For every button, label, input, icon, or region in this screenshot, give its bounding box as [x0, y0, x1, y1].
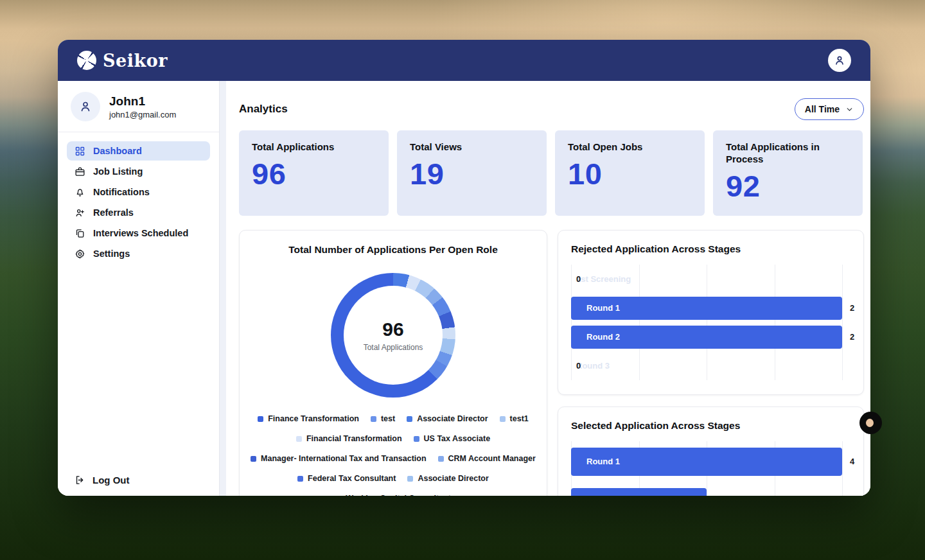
user-icon: [78, 99, 93, 114]
gridline: [842, 441, 843, 496]
category-label-faint: Round 3: [576, 361, 610, 371]
rejected-applications-card: Rejected Application Across Stages 1st S…: [558, 230, 864, 395]
bar-round-1: Round 1: [571, 297, 842, 320]
logout-button[interactable]: Log Out: [75, 475, 129, 486]
legend-item: test: [371, 414, 395, 423]
legend-swatch: [258, 416, 263, 422]
bar-row: Round 3 0: [571, 351, 842, 380]
legend-item: US Tax Associate: [414, 434, 491, 443]
sidebar-item-referrals[interactable]: Referrals: [58, 203, 219, 222]
user-icon: [833, 54, 846, 67]
gear-icon: [75, 249, 85, 259]
gridline: [842, 265, 843, 380]
avatar: [71, 92, 100, 121]
stat-value: 10: [568, 156, 692, 191]
bar-value: 2: [850, 303, 854, 313]
stat-card-total-applications: Total Applications 96: [239, 130, 389, 216]
category-label-faint: 1st Screening: [576, 274, 631, 284]
sidebar-item-settings[interactable]: Settings: [58, 244, 219, 263]
bar-row: 1st Screening 0: [571, 265, 842, 293]
stat-cards: Total Applications 96 Total Views 19 Tot…: [239, 130, 864, 216]
bar-value: 4: [850, 457, 854, 466]
logout-label: Log Out: [92, 475, 129, 486]
legend-item: CRM Account Manager: [438, 454, 536, 463]
bar-label: Round 1: [571, 457, 620, 466]
brand-logo[interactable]: Seikor: [77, 51, 168, 71]
main-content: Analytics All Time Total Applications 96…: [226, 81, 870, 496]
time-range-dropdown[interactable]: All Time: [795, 98, 864, 120]
bar-row: Round 2 2: [571, 482, 842, 496]
sidebar-item-label: Dashboard: [93, 146, 142, 156]
legend-swatch: [335, 496, 341, 496]
selected-bar-chart: Round 1 4 Round 2 2: [571, 441, 842, 496]
dashboard-icon: [75, 146, 85, 157]
seikor-logo-icon: [77, 51, 96, 70]
legend-swatch: [407, 476, 413, 482]
sidebar-item-label: Settings: [93, 249, 130, 259]
time-range-value: All Time: [805, 104, 840, 114]
legend-swatch: [407, 416, 412, 422]
floating-widget-button[interactable]: [859, 412, 882, 434]
logout-icon: [75, 475, 85, 486]
chart-title: Rejected Application Across Stages: [571, 243, 850, 255]
legend-swatch: [251, 456, 256, 462]
sidebar-item-label: Job Listing: [93, 166, 143, 177]
briefcase-icon: [75, 166, 85, 177]
stat-label: Total Views: [410, 141, 534, 153]
scroll-gutter[interactable]: [220, 81, 226, 496]
legend-item: Federal Tax Consultant: [297, 474, 396, 483]
bell-icon: [75, 187, 85, 198]
bar-row: Round 1 2: [571, 293, 842, 322]
legend-item: Working Capital Consultant: [335, 494, 451, 496]
user-plus-icon: [75, 207, 85, 218]
rejected-bar-chart: 1st Screening 0 Round 1 2: [571, 265, 842, 380]
legend-swatch: [438, 456, 444, 462]
bar-row: Round 2 2: [571, 322, 842, 351]
stat-value: 19: [410, 156, 534, 191]
donut-chart: 96 Total Applications: [331, 273, 455, 398]
user-email: john1@gmail.com: [109, 110, 176, 119]
bar-label: Round 2: [571, 332, 620, 342]
bar-round-1: Round 1: [571, 448, 842, 476]
user-name: John1: [109, 94, 176, 109]
account-button[interactable]: [828, 49, 851, 72]
sidebar-item-interviews[interactable]: Interviews Scheduled: [58, 223, 219, 243]
chevron-down-icon: [845, 105, 854, 114]
stat-card-total-open-jobs: Total Open Jobs 10: [555, 130, 705, 216]
sidebar-item-label: Notifications: [93, 187, 150, 197]
bar-round-2: Round 2: [571, 488, 707, 496]
sidebar-item-dashboard[interactable]: Dashboard: [67, 141, 210, 161]
sidebar-item-label: Referrals: [93, 207, 134, 218]
donut-total: 96: [382, 319, 403, 340]
applications-per-role-card: Total Number of Applications Per Open Ro…: [239, 230, 547, 496]
legend-item: Financial Transformation: [296, 434, 402, 443]
stat-label: Total Applications: [252, 141, 376, 153]
bar-value: 0: [576, 361, 581, 371]
stat-label: Total Open Jobs: [568, 141, 692, 153]
sidebar-item-notifications[interactable]: Notifications: [58, 182, 219, 202]
bar-row: Round 1 4: [571, 441, 842, 482]
chart-title: Selected Application Across Stages: [571, 420, 850, 432]
app-window: Seikor John1 john1@gmail.com: [58, 40, 870, 496]
bar-label: Round 1: [571, 303, 620, 313]
stat-card-total-views: Total Views 19: [397, 130, 547, 216]
legend-item: Manager- International Tax and Transacti…: [251, 454, 426, 463]
sidebar-item-job-listing[interactable]: Job Listing: [58, 162, 219, 181]
donut-legend: Finance Transformation test Associate Di…: [243, 414, 543, 496]
legend-item: Associate Director: [407, 414, 488, 423]
stat-value: 96: [252, 156, 376, 191]
stat-value: 92: [726, 168, 850, 204]
bar-value: 0: [576, 274, 581, 284]
sidebar-item-label: Interviews Scheduled: [93, 228, 188, 238]
legend-swatch: [371, 416, 376, 422]
legend-item: test1: [500, 414, 529, 423]
stat-card-applications-in-process: Total Applications in Process 92: [713, 130, 863, 216]
bar-round-2: Round 2: [571, 326, 842, 349]
legend-swatch: [296, 436, 302, 442]
copy-icon: [75, 228, 85, 239]
donut-center: 96 Total Applications: [344, 286, 443, 385]
legend-item: Associate Director: [407, 474, 488, 483]
selected-applications-card: Selected Application Across Stages Round…: [558, 407, 864, 496]
stat-label: Total Applications in Process: [726, 141, 850, 166]
sidebar-menu: Dashboard Job Listing Notifications: [58, 141, 219, 263]
